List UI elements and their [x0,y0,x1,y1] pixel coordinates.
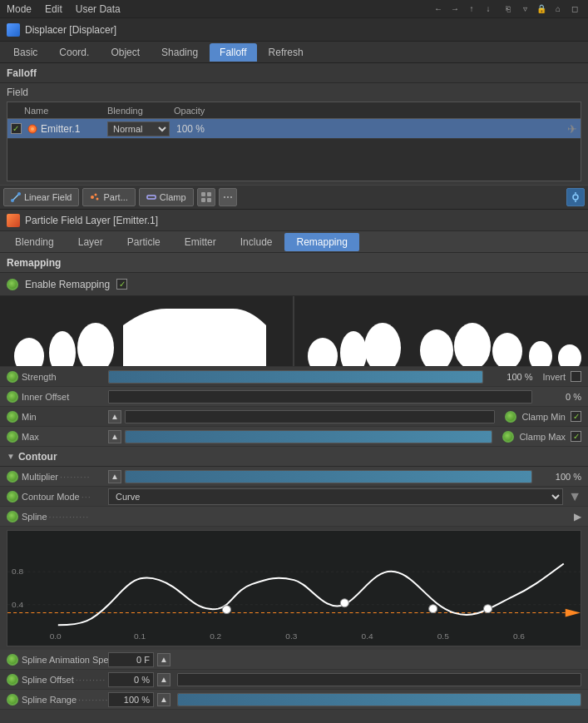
col-blend-header: Blending [107,106,174,116]
strength-row: Strength 100 % Invert [0,367,588,387]
contour-mode-select[interactable]: Curve Linear Step [108,488,563,505]
forward-arrow-icon[interactable]: → [448,2,462,16]
anim-speed-indicator [7,654,18,666]
min-stepper-up[interactable]: ▲ [108,410,121,423]
spline-offset-slider[interactable] [177,673,581,686]
contour-mode-indicator [7,491,18,503]
home-icon[interactable]: ⌂ [551,2,565,16]
sub-tab-layer[interactable]: Layer [67,233,115,251]
funnel-icon[interactable]: ▿ [518,2,531,16]
svg-rect-12 [207,198,211,202]
field-empty-area [7,139,581,181]
collapse-arrow[interactable]: ▼ [7,452,15,461]
title-text: Displacer [Displacer] [25,24,116,36]
contour-mode-row: Contour Mode ··· Curve Linear Step ▼ [0,487,588,507]
sub-tab-particle[interactable]: Particle [116,233,172,251]
inner-offset-slider[interactable] [108,390,532,404]
layer-title: Particle Field Layer [Emitter.1] [25,215,158,226]
svg-text:0.5: 0.5 [437,631,450,641]
displacer-icon [7,23,20,37]
svg-text:0.4: 0.4 [12,600,24,609]
min-slider[interactable] [125,410,495,423]
contour-header: ▼ Contour [0,447,588,467]
dots-btn[interactable]: ⋯ [219,188,237,206]
spline-offset-input[interactable] [108,672,154,687]
strength-slider[interactable] [108,370,483,384]
down-arrow-icon[interactable]: ↓ [482,2,495,16]
invert-checkbox[interactable] [571,371,581,382]
waveform-svg [0,296,588,367]
multiplier-stepper[interactable]: ▲ [108,470,121,483]
strength-value: 100 % [487,372,532,382]
tab-coord[interactable]: Coord. [49,43,99,62]
lock-icon[interactable]: 🔒 [535,2,548,16]
anim-speed-stepper[interactable]: ▲ [157,653,170,666]
spline-chart[interactable]: 0.8 0.4 0.0 0.1 0.2 0.3 0.4 0.5 0.6 [7,530,581,646]
menu-userdata[interactable]: User Data [76,3,121,15]
svg-point-45 [429,605,437,613]
field-checkbox[interactable] [11,123,22,134]
anim-speed-input[interactable] [108,652,154,667]
enable-remapping-checkbox[interactable] [116,279,127,290]
grid-icon [200,191,212,203]
sub-tab-remapping[interactable]: Remapping [284,233,358,251]
inner-offset-indicator [7,391,18,403]
row-checkbox[interactable] [7,123,24,134]
main-tab-row: Basic Coord. Object Shading Falloff Refr… [0,42,588,63]
emitter-icon [24,123,41,135]
menu-mode[interactable]: Mode [7,3,32,15]
svg-text:0.2: 0.2 [210,631,222,641]
contour-label: Contour [18,451,57,463]
spline-offset-indicator [7,674,18,686]
fullscreen-icon[interactable]: ◻ [568,2,581,16]
filter-icon[interactable]: ⎗ [502,2,515,16]
clamp-min-label: Clamp Min [521,412,566,422]
remapping-section-header: Remapping [0,253,588,273]
clamp-btn[interactable]: Clamp [139,188,194,206]
svg-point-4 [17,192,21,196]
tab-shading[interactable]: Shading [151,43,208,62]
svg-point-1 [31,127,34,131]
max-label: Max [22,432,105,442]
clamp-icon [146,192,156,202]
field-row-name: Emitter.1 [41,123,107,135]
clamp-min-checkbox[interactable] [571,411,581,422]
tab-falloff[interactable]: Falloff [210,43,256,62]
inner-offset-row: Inner Offset 0 % [0,387,588,407]
enable-remapping-label: Enable Remapping [25,279,110,290]
sub-tab-blending[interactable]: Blending [3,233,66,251]
settings-btn[interactable] [566,188,585,206]
clamp-max-checkbox[interactable] [571,431,581,442]
spline-arrow[interactable]: ▶ [574,511,581,522]
spline-range-slider[interactable] [177,693,581,706]
particle-btn[interactable]: Part... [82,188,135,206]
svg-point-13 [573,195,578,200]
spline-animation-row: Spline Animation Speed · ▲ [0,650,588,670]
tab-basic[interactable]: Basic [3,43,47,62]
spline-range-row: Spline Range ········· ▲ [0,690,588,710]
blend-select[interactable]: Normal [107,121,170,136]
nav-icons: ← → ↑ ↓ ⎗ ▿ 🔒 ⌂ ◻ [432,2,581,16]
menu-edit[interactable]: Edit [45,3,62,15]
sub-tab-emitter[interactable]: Emitter [173,233,228,251]
up-arrow-icon[interactable]: ↑ [465,2,478,16]
strength-label: Strength [22,372,105,382]
svg-point-3 [11,199,14,202]
max-slider[interactable] [125,430,492,443]
max-stepper-up[interactable]: ▲ [108,430,121,443]
enable-indicator [7,279,18,290]
spline-offset-stepper[interactable]: ▲ [157,673,170,686]
field-row-emitter[interactable]: Emitter.1 Normal 100 % ✈ [7,119,581,139]
contour-mode-label: Contour Mode ··· [22,492,105,502]
multiplier-slider[interactable] [125,470,532,483]
spline-range-input[interactable] [108,692,154,707]
settings-icon [570,191,581,203]
clamp-min-indicator [505,411,516,423]
sub-tab-include[interactable]: Include [229,233,284,251]
linear-field-btn[interactable]: Linear Field [3,188,79,206]
grid-btn[interactable] [197,188,215,206]
back-arrow-icon[interactable]: ← [432,2,445,16]
tab-object[interactable]: Object [101,43,150,62]
tab-refresh[interactable]: Refresh [259,43,314,62]
spline-range-stepper[interactable]: ▲ [157,693,170,706]
